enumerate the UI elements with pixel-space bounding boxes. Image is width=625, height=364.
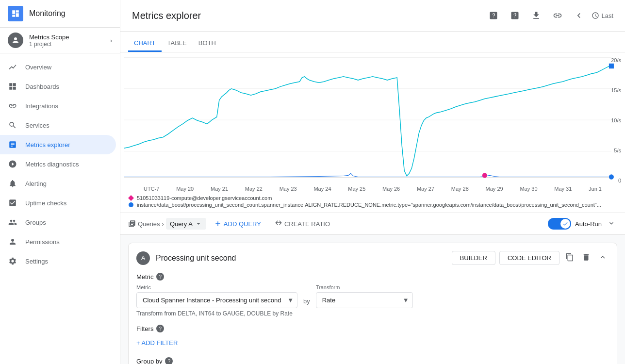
header-actions: Last [485,7,613,24]
create-ratio-label: CREATE RATIO [284,220,330,228]
add-icon [214,220,222,228]
sidebar-item-metrics-explorer[interactable]: Metrics explorer [0,135,116,154]
transform-select[interactable]: Rate [316,292,413,308]
check-icon [562,221,568,227]
sidebar-item-permissions[interactable]: Permissions [0,232,116,251]
create-ratio-button[interactable]: CREATE RATIO [269,217,336,231]
sidebar-item-label: Services [25,122,49,129]
add-chart-button[interactable] [506,7,524,24]
sidebar-item-settings[interactable]: Settings [0,251,116,271]
builder-button[interactable]: BUILDER [452,251,495,265]
filters-help-icon[interactable]: ? [156,325,164,332]
svg-point-6 [482,173,487,178]
sidebar-item-label: Settings [25,258,48,265]
chart-svg [124,52,621,183]
share-button[interactable] [549,7,566,24]
duplicate-query-button[interactable] [563,251,576,265]
sidebar-item-label: Metrics explorer [25,141,70,149]
metric-select[interactable]: Cloud Spanner Instance - Processing unit… [136,292,297,308]
query-panel-title: Processing unit second [156,254,236,263]
expand-button[interactable] [606,217,617,231]
uptime-checks-icon [8,198,17,208]
legend-item-2: instance/data_boost/processing_unit_seco… [128,202,617,208]
sidebar-header: Monitoring [0,0,120,28]
sidebar-item-integrations[interactable]: Integrations [0,96,116,116]
toggle-knob [560,219,570,229]
svg-point-0 [14,37,17,40]
sidebar-item-services[interactable]: Services [0,116,116,135]
sidebar-item-label: Metrics diagnostics [25,161,79,168]
sidebar-item-label: Dashboards [25,83,59,90]
sidebar-item-label: Permissions [25,238,60,246]
group-by-section: Group by ? Labels credential_id ▼ using [136,357,609,364]
add-query-button[interactable]: ADD QUERY [208,217,267,231]
metrics-scope-item[interactable]: Metrics Scope 1 project › [0,28,120,53]
metric-section: Metric ? Metric Cloud Spanner Instance -… [136,273,609,317]
permissions-icon [8,237,17,247]
by-label: by [303,288,310,305]
query-name-selector[interactable]: Query A [166,218,206,230]
time-range-label: Last [601,12,613,19]
add-filter-label: + ADD FILTER [136,339,178,347]
queries-icon [128,220,136,228]
sidebar-item-metrics-diagnostics[interactable]: Metrics diagnostics [0,154,116,174]
auto-run-toggle[interactable] [548,218,571,230]
group-by-help-icon[interactable]: ? [165,357,173,364]
sidebar-item-uptime-checks[interactable]: Uptime checks [0,193,116,213]
app-name: Monitoring [29,9,66,18]
help-button[interactable] [485,7,502,24]
sidebar-item-overview[interactable]: Overview [0,57,116,77]
collapse-icon [598,253,607,262]
metrics-diagnostics-icon [8,159,17,169]
sidebar-item-label: Integrations [25,102,58,110]
time-range-selector[interactable]: Last [592,12,613,19]
add-filter-button[interactable]: + ADD FILTER [136,336,178,349]
chart-visualization: 20/s 15/s 10/s 5/s 0 [120,52,625,193]
chart-y-axis: 20/s 15/s 10/s 5/s 0 [611,57,621,183]
filters-section: Filters ? + ADD FILTER [136,325,609,349]
legend-item-1: 51051033119-compute@developer.gserviceac… [128,195,617,201]
sidebar-item-label: Uptime checks [25,199,66,207]
legend-label-1: 51051033119-compute@developer.gserviceac… [137,195,272,201]
services-icon [8,120,17,130]
sidebar-item-dashboards[interactable]: Dashboards [0,77,116,96]
main-header: Metrics explorer Last [120,0,625,32]
chart-tabs: CHART TABLE BOTH [120,32,625,52]
sidebar-item-label: Groups [25,219,46,226]
query-badge: A [136,251,150,265]
metric-help-icon[interactable]: ? [156,273,164,281]
metric-select-wrapper: Cloud Spanner Instance - Processing unit… [136,292,297,308]
collapse-panel-button[interactable] [596,251,609,265]
query-panel-header: A Processing unit second BUILDER CODE ED… [136,251,609,265]
svg-marker-9 [128,195,134,201]
back-button[interactable] [570,7,588,24]
dashboards-icon [8,82,17,91]
chart-legend: 51051033119-compute@developer.gserviceac… [120,193,625,213]
sidebar-item-groups[interactable]: Groups [0,213,116,232]
settings-icon [8,256,17,266]
query-name-label: Query A [170,220,193,228]
sidebar-nav: Overview Dashboards Integrations Service… [0,53,120,364]
tab-both[interactable]: BOTH [193,35,222,52]
delete-query-button[interactable] [580,251,592,265]
query-panel: A Processing unit second BUILDER CODE ED… [128,243,617,364]
query-bar: Queries › Query A ADD QUERY CREATE RATIO [120,213,625,235]
sidebar-item-alerting[interactable]: Alerting [0,174,116,193]
content-area: CHART TABLE BOTH 20/s 15/s 10/s 5/s 0 [120,32,625,364]
code-editor-button[interactable]: CODE EDITOR [499,251,559,265]
scope-subtitle: 1 project [29,41,110,48]
metric-field: Metric Cloud Spanner Instance - Processi… [136,284,297,308]
sidebar-item-label: Alerting [25,180,47,187]
tab-chart[interactable]: CHART [128,35,162,52]
filters-section-title: Filters ? [136,325,609,332]
integrations-icon [8,101,17,111]
chart-section: CHART TABLE BOTH 20/s 15/s 10/s 5/s 0 [120,32,625,213]
ratio-icon [275,220,282,228]
page-title: Metrics explorer [132,10,201,21]
scope-title: Metrics Scope [29,33,110,41]
transform-field: Transform Rate ▼ [316,284,413,308]
query-left: Queries › Query A ADD QUERY CREATE RATIO [128,217,336,231]
download-button[interactable] [527,7,545,24]
tab-table[interactable]: TABLE [162,35,193,52]
auto-run-container: Auto-Run [548,217,617,231]
